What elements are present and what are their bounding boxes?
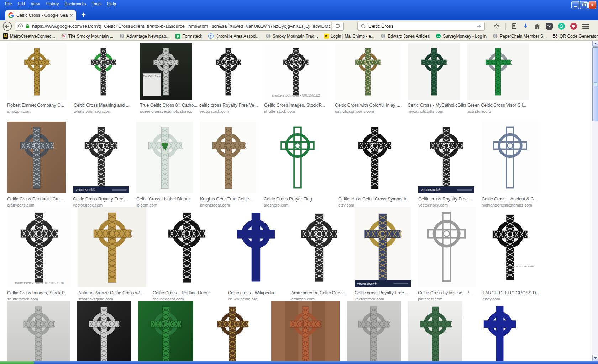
bookmark-item[interactable]: WThe Smoky Mountain ... <box>61 33 114 39</box>
menu-item-tools[interactable]: Tools <box>89 1 104 7</box>
image-result[interactable] <box>228 207 284 287</box>
back-button[interactable] <box>2 21 12 32</box>
scroll-up-button[interactable] <box>592 41 598 47</box>
grammarly-button[interactable] <box>558 23 565 30</box>
bookmark-item[interactable]: SurveyMonkey - Log in <box>436 33 487 39</box>
image-result[interactable] <box>271 301 340 361</box>
close-button[interactable]: × <box>588 1 596 9</box>
padlock-icon[interactable] <box>25 23 30 29</box>
result-title[interactable]: True Celtic Cross 8": Catho... <box>140 103 198 108</box>
start-button[interactable] <box>0 361 34 364</box>
result-title[interactable]: LARGE CELTIC CROSS D... <box>483 290 543 295</box>
reload-button[interactable] <box>331 22 343 30</box>
extension-heart-button[interactable] <box>570 23 577 30</box>
pocket-button[interactable] <box>546 23 553 30</box>
image-result[interactable] <box>347 301 401 361</box>
url-bar[interactable]: https://www.google.com/search?q=Celtic+C… <box>15 22 344 31</box>
image-result[interactable] <box>467 43 529 100</box>
menu-item-help[interactable]: Help <box>104 1 119 7</box>
menu-item-edit[interactable]: Edit <box>15 1 28 7</box>
image-result[interactable]: VectorStock® <box>73 122 129 193</box>
image-result[interactable] <box>338 122 411 193</box>
result-title[interactable]: Celtic cross Royalty Free ... <box>355 290 416 295</box>
site-info-icon[interactable] <box>18 23 23 29</box>
image-result[interactable] <box>7 122 66 193</box>
result-title[interactable]: Celtic Cross by Mouse—7... <box>418 290 481 295</box>
bookmark-item[interactable]: Edward Jones Articles <box>381 33 430 39</box>
image-result[interactable]: True Celtic Cross <box>140 43 192 100</box>
vertical-scrollbar[interactable] <box>592 41 598 361</box>
bookmarks-overflow-chevron[interactable]: » <box>592 33 595 39</box>
image-result[interactable] <box>136 122 193 193</box>
result-title[interactable]: Amazon.com: Celtic Cross... <box>291 290 353 295</box>
result-title[interactable]: Celtic Cross – Redline Decor <box>153 290 226 295</box>
result-title[interactable]: Celtic Cross with Colorful Inlay ... <box>335 103 406 108</box>
result-title[interactable]: Celtic cross - Wikipedia <box>228 290 290 295</box>
result-title[interactable]: Celtic Cross Meaning and ... <box>74 103 138 108</box>
bookmark-item[interactable]: Advantage Newspap... <box>119 33 169 39</box>
result-title[interactable]: Celtic cross Celtic Cross Symbol Ir... <box>338 197 417 202</box>
image-result[interactable] <box>335 43 400 100</box>
bookmark-item[interactable]: Smoky Mountain Trad... <box>266 33 318 39</box>
hamburger-menu-button[interactable] <box>582 23 589 30</box>
image-result[interactable] <box>408 301 462 361</box>
image-result[interactable] <box>77 301 131 361</box>
image-result[interactable] <box>408 43 460 100</box>
result-title[interactable]: Antique Bronze Celtic Cross w/... <box>78 290 151 295</box>
result-title[interactable]: Celtic Cross Pendant | Cra... <box>7 197 72 202</box>
menu-item-file[interactable]: File <box>2 1 15 7</box>
home-button[interactable] <box>534 23 541 30</box>
image-result[interactable] <box>200 122 257 193</box>
result-title[interactable]: celtic cross Royalty Free Ve... <box>199 103 263 108</box>
image-result[interactable] <box>482 122 539 193</box>
bookmark-item[interactable]: Knoxville Area Associ... <box>208 33 259 39</box>
result-title[interactable]: Green Celtic Cross Visor Cli... <box>467 103 535 108</box>
menu-item-view[interactable]: View <box>28 1 43 7</box>
image-result[interactable]: shutterstock.com • 1077822128 <box>7 207 71 287</box>
result-title[interactable]: Celtic Cross Royalty Free ... <box>73 197 135 202</box>
result-title[interactable]: Celtic Cross Prayer Flag <box>264 197 337 202</box>
minimize-button[interactable] <box>571 1 579 9</box>
scroll-down-button[interactable] <box>592 355 598 361</box>
result-title[interactable]: Celtic Cross – Ancient & C... <box>482 197 544 202</box>
bookmark-item[interactable]: Formstack <box>175 34 202 39</box>
menu-item-bookmarks[interactable]: Bookmarks <box>62 1 89 7</box>
image-result[interactable] <box>138 301 193 361</box>
tab-celtic-cross-google-search[interactable]: Celtic Cross - Google Search × <box>5 10 76 20</box>
result-title[interactable]: Celtic Cross Images, Stock P... <box>264 103 334 108</box>
image-result[interactable]: shutterstock.com • 595155182 <box>264 43 328 100</box>
result-title[interactable]: Celtic Cross Images, Stock P... <box>7 290 77 295</box>
bookmark-item[interactable]: MMetroCreativeConnec... <box>3 33 55 39</box>
image-result[interactable]: VectorStock® <box>418 122 474 193</box>
image-result[interactable] <box>78 207 146 287</box>
image-result[interactable]: VectorStock® <box>355 207 411 287</box>
result-title[interactable]: Robert Emmet Company C... <box>7 103 72 108</box>
result-title[interactable]: Celtic Cross - MyCatholicGifts <box>408 103 466 108</box>
image-result[interactable] <box>418 207 476 287</box>
restore-button[interactable] <box>580 1 588 9</box>
result-title[interactable]: Celtic cross Royalty Free ... <box>418 197 480 202</box>
image-result[interactable] <box>153 207 221 287</box>
image-result[interactable] <box>7 43 67 100</box>
menu-item-history[interactable]: History <box>43 1 62 7</box>
scrollbar-thumb[interactable] <box>592 47 598 121</box>
bookmarks-menu-button[interactable] <box>511 23 517 30</box>
bookmark-item[interactable]: Login | MailChimp - e... <box>324 34 374 39</box>
search-input[interactable] <box>368 23 473 29</box>
image-result[interactable]: © Cypress Collectibles <box>483 207 537 287</box>
result-title[interactable]: Celtic Cross | Isabel Bloom <box>136 197 199 202</box>
tab-close-icon[interactable]: × <box>70 12 73 18</box>
search-bar[interactable] <box>357 22 485 31</box>
image-result[interactable] <box>7 301 70 361</box>
bookmark-item[interactable]: PaperChain Member S... <box>493 33 547 39</box>
downloads-button[interactable] <box>523 23 529 29</box>
result-title[interactable]: Knights Gear-True Celtic ... <box>200 197 262 202</box>
image-result[interactable] <box>291 207 347 287</box>
url-text[interactable]: https://www.google.com/search?q=Celtic+C… <box>32 23 331 29</box>
image-result[interactable] <box>74 43 133 100</box>
image-result[interactable] <box>470 301 530 361</box>
bookmark-item[interactable]: QR Code Generator <box>553 34 598 39</box>
image-result[interactable] <box>264 122 331 193</box>
image-result[interactable] <box>199 43 257 100</box>
search-go-icon[interactable] <box>476 23 482 29</box>
